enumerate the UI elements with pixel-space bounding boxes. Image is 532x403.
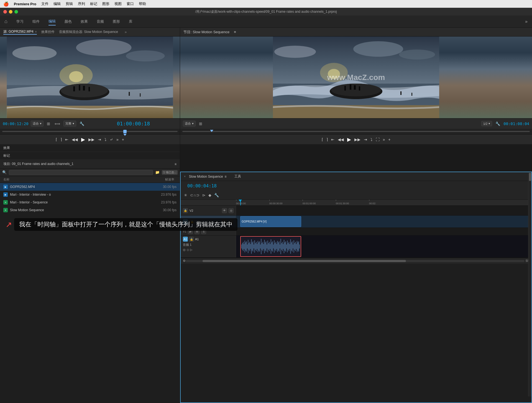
timeline-menu-icon[interactable]: ≡: [225, 175, 227, 179]
file-item-mari-interview[interactable]: ▶ Mari - Interior - Interview - o 23.976…: [0, 191, 180, 198]
program-mark-in-btn[interactable]: ⌈: [322, 137, 323, 142]
program-go-in-btn[interactable]: ⇤: [331, 137, 334, 142]
tl-razor-btn[interactable]: ⊳: [202, 193, 206, 197]
project-menu-icon[interactable]: ≡: [175, 162, 177, 166]
track-v1-content[interactable]: GOPR2562.MP4 [V]: [236, 216, 528, 228]
tl-settings-btn[interactable]: 🔧: [214, 193, 219, 197]
menu-graphics[interactable]: 图形: [102, 1, 109, 6]
timeline-close-icon[interactable]: ×: [184, 175, 186, 178]
source-wrench-icon[interactable]: 🔧: [78, 121, 85, 126]
source-mark-out-btn[interactable]: ⌉: [60, 137, 62, 142]
program-step-back-btn[interactable]: ◀◀: [338, 137, 344, 142]
source-add-btn[interactable]: +: [122, 137, 124, 142]
search-input[interactable]: [9, 170, 153, 175]
nav-more-button[interactable]: »: [525, 19, 528, 24]
bin-icon[interactable]: 📁: [155, 170, 160, 174]
track-a1-sync[interactable]: A1: [183, 237, 188, 242]
source-go-in-btn[interactable]: ⇤: [65, 137, 68, 142]
source-insert-btn[interactable]: ⤵: [104, 137, 106, 142]
nav-library[interactable]: 库: [129, 18, 132, 25]
source-fit-dropdown[interactable]: 适合 ▾: [31, 121, 44, 126]
nav-learn[interactable]: 学习: [16, 18, 24, 25]
tab-effect-controls[interactable]: 效果控件: [41, 30, 55, 34]
tab-source[interactable]: 源: GOPR2562.MP4 ≡: [3, 29, 37, 35]
program-step-fwd-btn[interactable]: ▶▶: [354, 137, 360, 142]
fullscreen-button[interactable]: [14, 10, 18, 14]
menu-help[interactable]: 帮助: [139, 1, 146, 6]
program-mark-out-btn[interactable]: ⌉: [326, 137, 328, 142]
track-a1-expand-icon[interactable]: ▷: [190, 248, 192, 252]
nav-edit[interactable]: 编辑: [48, 18, 56, 25]
program-scrub-bar[interactable]: [180, 129, 532, 134]
tl-link-btn[interactable]: ⊂∩⊃: [190, 193, 200, 197]
file-item-slow-motion[interactable]: ≡ Slow Motion Sequence 30.00 fps: [0, 206, 180, 214]
source-playhead[interactable]: [123, 130, 127, 133]
menu-marker[interactable]: 标记: [90, 1, 97, 6]
menu-edit[interactable]: 编辑: [53, 1, 61, 6]
program-fullscreen-btn[interactable]: ⛶: [376, 137, 380, 142]
track-v1-lock[interactable]: 🔒: [190, 219, 195, 224]
source-tabs-more-icon[interactable]: »: [125, 30, 127, 34]
video-clip-gopr[interactable]: GOPR2562.MP4 [V]: [240, 216, 301, 227]
program-go-out-btn[interactable]: ⇥: [364, 137, 367, 142]
source-scrub-bar[interactable]: [0, 129, 180, 134]
source-settings-icon[interactable]: ⊞: [46, 121, 51, 126]
timeline-settings-icon[interactable]: ⚙: [183, 259, 186, 263]
track-a1-content[interactable]: [236, 236, 528, 257]
source-overwrite-btn[interactable]: ⤶: [110, 137, 113, 142]
effects-section[interactable]: 效果: [0, 144, 180, 152]
program-play-btn[interactable]: ▶: [347, 136, 351, 143]
nav-assembly[interactable]: 组件: [32, 18, 40, 25]
nav-graphics[interactable]: 图形: [113, 18, 120, 25]
tl-marker-btn[interactable]: ◆: [208, 193, 211, 197]
timeline-h-scrollbar-thumb[interactable]: [203, 260, 406, 262]
source-mark-in-btn[interactable]: ⌈: [56, 137, 57, 142]
track-a1-lock[interactable]: 🔒: [189, 237, 194, 242]
apple-menu[interactable]: 🍎: [3, 1, 9, 7]
track-a1-sync-btn[interactable]: ⇄: [188, 229, 193, 234]
program-insert-btn[interactable]: ⤵: [370, 137, 372, 142]
source-go-out-btn[interactable]: ⇥: [98, 137, 101, 142]
menu-file[interactable]: 文件: [41, 1, 48, 6]
timeline-tab[interactable]: Slow Motion Sequence ≡: [189, 175, 227, 179]
tab-audio-mixer[interactable]: 音频剪辑混合器: Slow Motion Sequence: [59, 30, 118, 34]
timeline-tools-label[interactable]: 工具: [234, 174, 241, 179]
track-v2-content[interactable]: [236, 206, 528, 215]
close-button[interactable]: [3, 10, 7, 14]
track-a1-link-btn[interactable]: M: [195, 229, 200, 234]
home-icon[interactable]: ⌂: [4, 19, 7, 24]
nav-effects[interactable]: 效果: [81, 18, 88, 25]
file-item-gopr[interactable]: ▶ GOPR2562.MP4 30.00 fps: [0, 183, 180, 191]
nav-audio[interactable]: 音频: [97, 18, 104, 25]
nav-color[interactable]: 颜色: [65, 18, 72, 25]
program-fit-dropdown[interactable]: 适合 ▾: [183, 121, 196, 126]
source-play-btn[interactable]: ▶: [81, 136, 85, 143]
source-more-btn[interactable]: »: [116, 137, 119, 142]
audio-clip-gopr[interactable]: [240, 236, 301, 257]
timeline-timecode[interactable]: 00:00:04:18: [184, 182, 220, 190]
source-tab-menu-icon[interactable]: ≡: [35, 30, 37, 33]
source-quality-dropdown[interactable]: 完整 ▾: [63, 121, 76, 126]
program-quality-dropdown[interactable]: 1/2 ▾: [481, 121, 492, 126]
program-menu-icon[interactable]: ≡: [234, 30, 236, 34]
track-v1-eye2[interactable]: ◎: [229, 219, 234, 224]
program-wrench-icon[interactable]: 🔧: [494, 121, 501, 126]
menu-sequence[interactable]: 序列: [78, 1, 85, 6]
track-v2-eye2[interactable]: ◎: [229, 208, 234, 213]
minimize-button[interactable]: [9, 10, 12, 14]
program-settings-icon[interactable]: ⊞: [198, 121, 203, 126]
timeline-ruler[interactable]: 00:00:00 00:00:30:00 00:01:00:00 00:01:3…: [181, 200, 531, 206]
timeline-h-scrollbar[interactable]: [186, 260, 525, 262]
track-a1-mute-btn[interactable]: S: [201, 229, 206, 234]
program-scrub-track[interactable]: [182, 131, 530, 132]
program-more-btn[interactable]: »: [383, 137, 385, 142]
source-zoom-icon[interactable]: ⟺: [53, 121, 61, 126]
menu-view[interactable]: 视图: [114, 1, 122, 6]
source-timecode[interactable]: 00:00:12:20: [3, 122, 29, 126]
track-a1-keyframe-icon[interactable]: ◇: [187, 248, 189, 252]
source-step-back-btn[interactable]: ◀◀: [72, 137, 78, 142]
program-add-btn[interactable]: +: [388, 137, 390, 142]
program-tab-label[interactable]: 节目: Slow Motion Sequence: [183, 30, 229, 35]
track-a1-volume-icon[interactable]: ◎: [183, 248, 186, 252]
markers-section[interactable]: 标记: [0, 152, 180, 160]
